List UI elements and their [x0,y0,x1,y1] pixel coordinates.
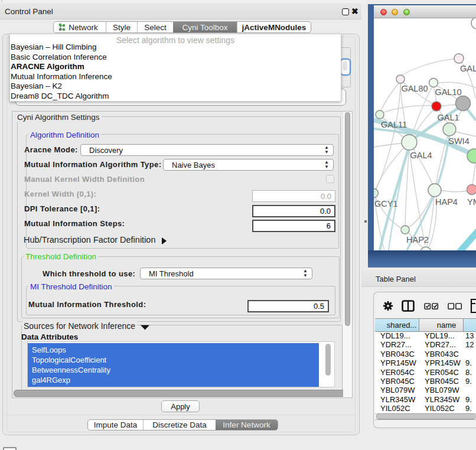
svg-text:SWI4: SWI4 [448,136,469,146]
svg-text:GAL10: GAL10 [435,87,461,97]
svg-text:GCY1: GCY1 [374,199,398,208]
svg-text:GAL2: GAL2 [460,64,476,73]
svg-text:GAL11: GAL11 [381,120,407,129]
svg-text:YM: YM [467,197,476,207]
svg-text:GAL80: GAL80 [401,84,428,93]
svg-text:HAP4: HAP4 [435,197,458,207]
svg-text:HAP2: HAP2 [406,235,429,244]
svg-text:GAL4: GAL4 [410,151,432,160]
svg-text:GAL1: GAL1 [437,113,459,122]
